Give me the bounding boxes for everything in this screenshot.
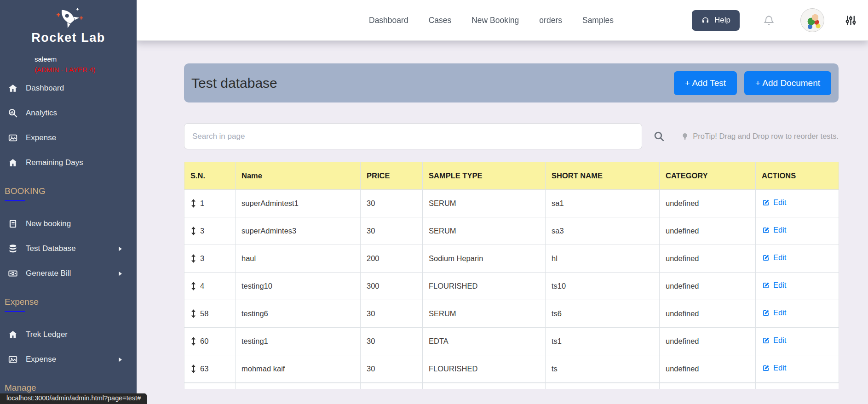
page-title: Test database	[191, 75, 277, 91]
protip: ProTip! Drag and Drop row to reorder tes…	[681, 132, 839, 141]
rocket-lab-logo[interactable]: Rocket Lab	[0, 0, 137, 45]
nav-link-orders[interactable]: orders	[539, 16, 562, 25]
sidebar-item-analytics[interactable]: Analytics	[0, 101, 137, 125]
edit-link[interactable]: Edit	[762, 253, 786, 262]
column-header-price: PRICE	[361, 162, 423, 190]
sidebar-item-label: Trek Ledger	[26, 330, 68, 339]
cell-category: undefined	[660, 300, 756, 328]
edit-link-label: Edit	[773, 253, 786, 262]
browser-status-url: localhost:3000/admin/admin.html?page=tes…	[0, 393, 147, 404]
section-underline	[5, 311, 25, 312]
nav-link-cases[interactable]: Cases	[429, 16, 452, 25]
protip-text: ProTip! Drag and Drop row to reorder tes…	[693, 132, 839, 141]
search-row: ProTip! Drag and Drop row to reorder tes…	[184, 123, 839, 149]
cell-sample-type: SERUM	[423, 300, 546, 328]
cell-short-name: sa1	[546, 190, 660, 217]
column-header-category: CATEGORY	[660, 162, 756, 190]
add-document-button[interactable]: + Add Document	[744, 71, 831, 95]
user-role: (ADMIN - LAYER 4)	[34, 65, 137, 75]
edit-link[interactable]: Edit	[762, 198, 786, 207]
drag-handle-icon[interactable]	[190, 227, 196, 235]
table-row[interactable]: 4 testing10 300 FLOURISHED ts10 undefine…	[184, 273, 839, 300]
table-row[interactable]: 1 superAdmintest1 30 SERUM sa1 undefined…	[184, 190, 839, 217]
sidebar-item-label: Dashboard	[26, 84, 64, 93]
sidebar-item-label: Analytics	[26, 108, 57, 118]
cell-sn: 58	[200, 309, 208, 318]
sidebar-section-booking: BOOKING	[0, 186, 137, 201]
drag-handle-icon[interactable]	[190, 309, 196, 318]
edit-link[interactable]: Edit	[762, 364, 786, 372]
analytics-icon	[8, 108, 18, 118]
cell-name: testing6	[236, 300, 361, 328]
edit-link-label: Edit	[773, 198, 786, 207]
edit-icon	[762, 309, 770, 317]
cell-name: mohmad kaif	[236, 355, 361, 383]
page-header-bar: Test database + Add Test + Add Document	[184, 63, 839, 102]
cell-name: testing10	[236, 273, 361, 300]
search-input[interactable]	[184, 123, 642, 149]
table-row[interactable]: 3 superAdmintes3 30 SERUM sa3 undefined …	[184, 217, 839, 245]
cell-sn: 63	[200, 364, 208, 373]
sidebar-item-trek-ledger[interactable]: Trek Ledger	[0, 322, 137, 347]
help-button[interactable]: Help	[692, 10, 740, 31]
edit-link[interactable]: Edit	[762, 226, 786, 234]
edit-link-label: Edit	[773, 364, 786, 372]
cell-price: 200	[361, 245, 423, 273]
edit-link[interactable]: Edit	[762, 336, 786, 345]
partially-visible-row	[184, 383, 839, 389]
chevron-right-icon	[117, 270, 124, 277]
cell-sn: 3	[200, 227, 204, 235]
table-row[interactable]: 63 mohmad kaif 30 FLOURISHED ts undefine…	[184, 355, 839, 383]
section-underline	[5, 200, 25, 201]
nav-link-samples[interactable]: Samples	[582, 16, 614, 25]
home-icon	[8, 158, 18, 168]
user-block: saleem (ADMIN - LAYER 4)	[34, 54, 137, 75]
cell-sn: 1	[200, 199, 204, 208]
edit-icon	[762, 364, 770, 372]
cash-icon	[8, 268, 18, 279]
cell-sample-type: SERUM	[423, 190, 546, 217]
sidebar-item-expense[interactable]: Expense	[0, 125, 137, 150]
search-icon[interactable]	[653, 131, 665, 142]
settings-sliders-icon[interactable]	[845, 14, 857, 27]
cell-short-name: ts10	[546, 273, 660, 300]
sidebar-item-expense-sub[interactable]: Expense	[0, 347, 137, 372]
edit-icon	[762, 199, 770, 207]
table-row[interactable]: 58 testing6 30 SERUM ts6 undefined Edit	[184, 300, 839, 328]
cell-price: 300	[361, 273, 423, 300]
cell-name: superAdmintest1	[236, 190, 361, 217]
avatar[interactable]	[800, 8, 824, 32]
table-row[interactable]: 3 haul 200 Sodium Heparin hl undefined E…	[184, 245, 839, 273]
bell-icon[interactable]	[763, 14, 775, 27]
sidebar-item-label: Remaining Days	[26, 158, 83, 167]
add-test-button[interactable]: + Add Test	[674, 71, 737, 95]
sidebar-item-dashboard[interactable]: Dashboard	[0, 76, 137, 101]
section-title: Manage	[5, 383, 137, 393]
user-name: saleem	[34, 54, 137, 65]
drag-handle-icon[interactable]	[190, 337, 196, 346]
edit-icon	[762, 336, 770, 345]
cell-sample-type: Sodium Heparin	[423, 245, 546, 273]
chevron-right-icon	[117, 245, 124, 252]
sidebar-item-remaining-days[interactable]: Remaining Days	[0, 150, 137, 175]
edit-link[interactable]: Edit	[762, 308, 786, 317]
cell-name: haul	[236, 245, 361, 273]
sidebar-item-test-database[interactable]: Test Database	[0, 236, 137, 261]
sidebar-item-new-booking[interactable]: New booking	[0, 211, 137, 236]
book-icon	[8, 219, 18, 229]
drag-handle-icon[interactable]	[190, 254, 196, 263]
drag-handle-icon[interactable]	[190, 282, 196, 290]
help-button-label: Help	[714, 16, 730, 25]
drag-handle-icon[interactable]	[190, 199, 196, 208]
column-header-short-name: SHORT NAME	[546, 162, 660, 190]
section-title: Expense	[5, 297, 137, 307]
sidebar-item-generate-bill[interactable]: Generate Bill	[0, 261, 137, 286]
table-row[interactable]: 60 testing1 30 EDTA ts1 undefined Edit	[184, 328, 839, 355]
nav-link-dashboard[interactable]: Dashboard	[369, 16, 408, 25]
tests-table: S.N. Name PRICE SAMPLE TYPE SHORT NAME C…	[184, 162, 839, 383]
nav-link-new-booking[interactable]: New Booking	[471, 16, 519, 25]
edit-link[interactable]: Edit	[762, 281, 786, 290]
cell-category: undefined	[660, 273, 756, 300]
headset-icon	[701, 16, 710, 25]
drag-handle-icon[interactable]	[190, 364, 196, 373]
